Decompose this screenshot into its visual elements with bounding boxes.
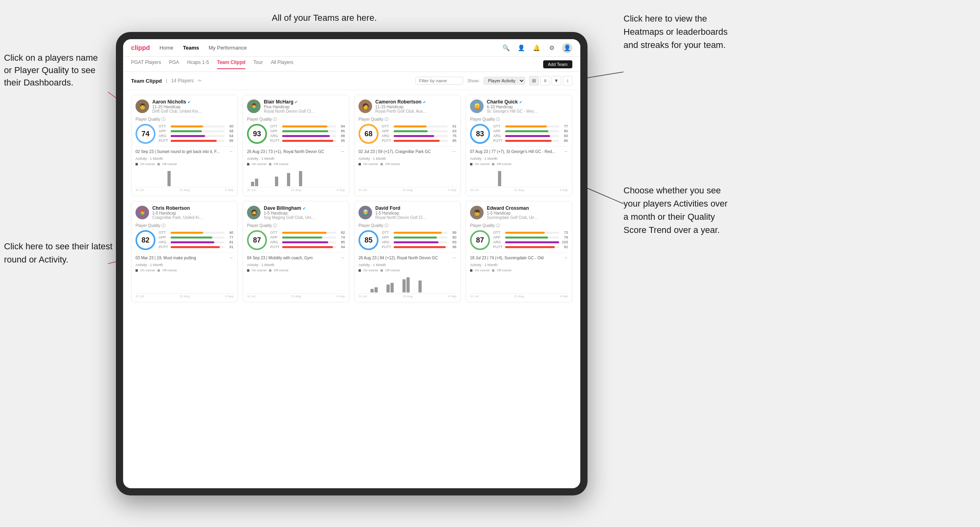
chart-dates: 31 Jul21 Aug4 Sep [247,188,345,192]
player-name[interactable]: Edward Crossman [487,205,539,211]
quality-score[interactable]: 85 [359,230,378,250]
quality-score[interactable]: 83 [470,124,490,144]
stat-ott: OTT 73 [493,231,568,235]
player-name[interactable]: David Ford [375,205,427,211]
tab-all-players[interactable]: All Players [271,60,293,69]
quality-score[interactable]: 87 [247,230,267,250]
quality-label: Player Quality ⓘ [470,223,568,229]
filter-input[interactable] [415,77,463,85]
quality-label: Player Quality ⓘ [359,117,456,122]
verified-icon: ✔ [519,100,522,104]
ipad-screen: clippd Home Teams My Performance 🔍 👤 🔔 ⚙… [123,39,580,488]
sort-button[interactable]: ↕ [563,76,572,86]
search-icon[interactable]: 🔍 [501,43,511,53]
tab-pga[interactable]: PGA [169,60,179,69]
profile-icon[interactable]: 👤 [516,43,526,53]
tab-team-clippd[interactable]: Team Clippd [217,60,245,69]
annotation-player-dashboard: Click on a players name or Player Qualit… [4,52,98,89]
quality-section: 68 OTT 61 APP 63 ARG 75 PUT [359,124,456,144]
activity-label: Activity · 1 Month [247,157,345,161]
latest-round[interactable]: 03 Mar 23 | 19, Must make putting → [135,253,233,261]
latest-round[interactable]: 04 Sep 23 | Mobility with coach, Gym → [247,253,345,261]
player-header: 👨 Aaron Nicholls ✔ 11-15 Handicap Drift … [135,99,233,113]
latest-round[interactable]: 02 Sep 23 | Sunset round to get back int… [135,146,233,154]
player-card: 👨‍🦳 David Ford 1-5 Handicap Royal North … [354,201,461,302]
player-name[interactable]: Aaron Nicholls ✔ [152,99,204,105]
player-name[interactable]: Dave Billingham ✔ [264,205,316,211]
quality-section: 93 OTT 84 APP 85 ARG 88 PUT [247,124,345,144]
quality-score[interactable]: 82 [135,230,155,250]
on-course-legend [247,163,249,165]
activity-label: Activity · 1 Month [135,157,233,161]
player-club: Craigmillar Park, United Kingdom [152,215,204,220]
activity-label: Activity · 1 Month [470,157,568,161]
quality-score[interactable]: 87 [470,230,490,250]
stat-arg: ARG 81 [159,240,233,244]
quality-section: 83 OTT 77 APP 80 ARG 83 PUT [470,124,568,144]
off-course-legend [380,163,383,165]
player-handicap: 6-10 Handicap [487,105,539,109]
quality-stats: OTT 89 APP 80 ARG 83 PUTT 96 [382,231,456,250]
annotation-activities: Choose whether you see your players Acti… [623,184,727,237]
tab-hcaps[interactable]: Hcaps 1-5 [187,60,209,69]
latest-round[interactable]: 26 Aug 23 | 73 (+1), Royal North Devon G… [247,146,345,154]
stat-arg: ARG 85 [270,240,345,244]
edit-team-icon[interactable]: ✏ [198,78,202,84]
quality-label: Player Quality ⓘ [359,223,456,229]
quality-score[interactable]: 93 [247,124,267,144]
player-card: 👨‍🦰 Chris Robertson 1-5 Handicap Craigmi… [131,201,238,302]
list-view-button[interactable]: ≡ [540,76,550,86]
quality-stats: OTT 60 APP 77 ARG 81 PUTT 91 [159,231,233,250]
latest-round[interactable]: 26 Aug 23 | 84 (+12), Royal North Devon … [359,253,456,261]
settings-icon[interactable]: ⚙ [547,43,556,53]
latest-round[interactable]: 18 Jul 23 | 74 (+4), Sunningdale GC - Ol… [470,253,568,261]
avatar: 🧑 [359,99,372,113]
quality-stats: OTT 73 APP 79 ARG 103 PUTT 92 [493,231,568,250]
activity-section: Activity · 1 Month On course Off course … [135,157,233,192]
player-header: 🧑 Cameron Robertson ✔ 11-15 Handicap Roy… [359,99,456,113]
quality-stats: OTT 60 APP 58 ARG 64 PUTT 85 [159,124,233,143]
player-name[interactable]: Chris Robertson [152,205,204,211]
player-name[interactable]: Cameron Robertson ✔ [375,99,427,105]
filter-button[interactable]: ▼ [552,76,561,86]
player-info: Edward Crossman 1-5 Handicap Sunningdale… [487,205,539,220]
player-name[interactable]: Charlie Quick ✔ [487,99,539,105]
player-info: Chris Robertson 1-5 Handicap Craigmillar… [152,205,204,220]
player-card: 🧔 Dave Billingham ✔ 1-5 Handicap Sog Mag… [243,201,349,302]
player-info: David Ford 1-5 Handicap Royal North Devo… [375,205,427,220]
nav-home[interactable]: Home [159,45,173,51]
activity-legend: On course Off course [359,162,456,166]
quality-score[interactable]: 74 [135,124,155,144]
activity-label: Activity · 1 Month [359,263,456,267]
quality-label: Player Quality ⓘ [247,223,345,229]
player-card: 👱 Charlie Quick ✔ 6-10 Handicap St. Geor… [466,95,572,196]
stat-arg: ARG 64 [159,134,233,138]
latest-round[interactable]: 07 Aug 23 | 77 (+7), St George's Hill GC… [470,146,568,154]
quality-stats: OTT 82 APP 74 ARG 85 PUTT 94 [270,231,345,250]
tab-pgat[interactable]: PGAT Players [131,60,161,69]
team-header: Team Clippd | 14 Players ✏ Show: Player … [123,72,580,90]
off-course-legend [492,269,494,272]
nav-my-performance[interactable]: My Performance [209,45,247,51]
avatar-icon[interactable]: 👤 [562,43,572,53]
activity-chart [247,167,345,187]
quality-label: Player Quality ⓘ [247,117,345,122]
quality-score[interactable]: 68 [359,124,378,144]
player-name[interactable]: Blair McHarg ✔ [264,99,316,105]
quality-section: 87 OTT 73 APP 79 ARG 103 PU [470,230,568,250]
player-info: Aaron Nicholls ✔ 11-15 Handicap Drift Go… [152,99,204,113]
grid-view-button[interactable]: ⊞ [529,76,539,86]
on-course-legend [470,269,472,272]
stat-ott: OTT 82 [270,231,345,235]
add-team-button[interactable]: Add Team [543,60,572,68]
player-header: 👱 Charlie Quick ✔ 6-10 Handicap St. Geor… [470,99,568,113]
sub-nav: PGAT Players PGA Hcaps 1-5 Team Clippd T… [123,57,580,72]
tab-tour[interactable]: Tour [253,60,263,69]
show-select[interactable]: Player Activity [484,77,525,85]
bell-icon[interactable]: 🔔 [532,43,541,53]
activity-section: Activity · 1 Month On course Off course … [359,263,456,298]
activity-chart [359,274,456,294]
nav-teams[interactable]: Teams [183,45,199,51]
stat-app: APP 58 [159,129,233,133]
latest-round[interactable]: 02 Jul 23 | 59 (+17), Craigmillar Park G… [359,146,456,154]
